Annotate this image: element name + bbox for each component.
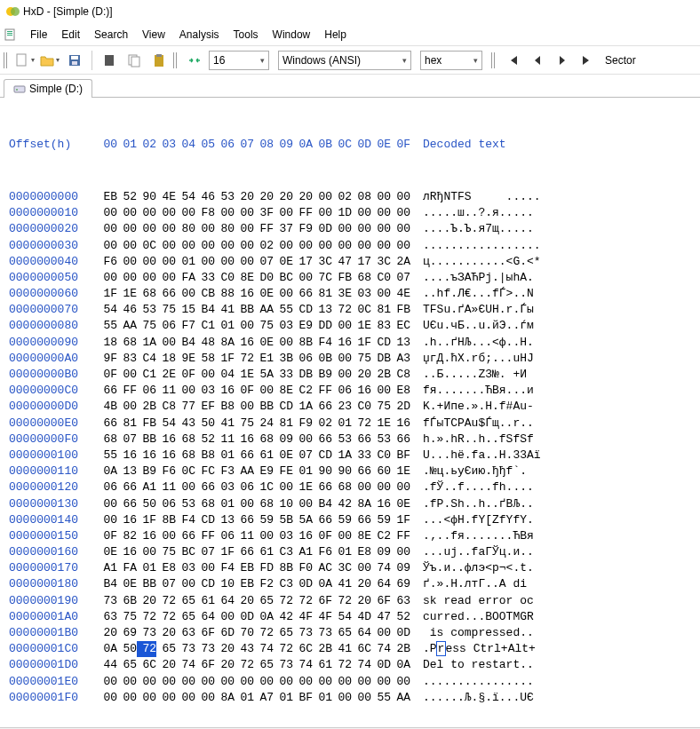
byte[interactable]: 66 — [156, 286, 176, 302]
byte[interactable]: FC — [195, 464, 215, 479]
byte[interactable]: 00 — [156, 270, 176, 286]
byte[interactable]: 2B — [313, 641, 332, 657]
byte[interactable]: 54 — [156, 416, 176, 432]
byte[interactable]: 00 — [156, 690, 176, 706]
byte[interactable]: 52 — [195, 432, 215, 448]
byte[interactable]: 3E — [332, 286, 352, 302]
byte[interactable]: 33 — [352, 448, 371, 464]
byte[interactable]: 00 — [274, 335, 293, 351]
byte[interactable]: 66 — [235, 544, 254, 560]
byte[interactable]: 00 — [195, 367, 215, 383]
byte[interactable]: 00 — [176, 690, 195, 706]
byte[interactable]: CB — [195, 286, 215, 302]
byte[interactable]: 4E — [391, 286, 410, 302]
byte[interactable]: 00 — [235, 318, 254, 334]
byte[interactable]: 66 — [352, 512, 371, 528]
byte[interactable]: 65 — [117, 657, 137, 673]
byte[interactable]: 65 — [156, 641, 176, 657]
byte[interactable]: 20 — [98, 625, 117, 641]
decoded-text[interactable]: K.+Ипе.».Н.f#Аu- — [423, 399, 534, 415]
byte[interactable]: 16 — [332, 335, 352, 351]
byte[interactable]: 74 — [371, 560, 391, 576]
save-button[interactable] — [64, 50, 85, 71]
byte[interactable]: 00 — [313, 205, 332, 221]
byte[interactable]: 20 — [156, 625, 176, 641]
byte[interactable]: 16 — [156, 448, 176, 464]
byte[interactable]: 1E — [391, 464, 410, 479]
byte[interactable]: 00 — [98, 270, 117, 286]
byte[interactable]: 6D — [215, 625, 235, 641]
byte[interactable]: 00 — [352, 560, 371, 576]
byte[interactable]: FA — [176, 270, 195, 286]
decoded-text[interactable]: ......Љ.§.ї...UЄ — [423, 690, 534, 706]
byte[interactable]: 00 — [176, 479, 195, 495]
byte[interactable]: E8 — [156, 560, 176, 576]
byte[interactable]: 0D — [293, 576, 313, 592]
byte[interactable]: 0F — [235, 383, 254, 399]
byte[interactable]: 00 — [332, 221, 352, 237]
byte[interactable]: 23 — [332, 399, 352, 415]
byte[interactable]: 72 — [254, 625, 274, 641]
byte[interactable]: 75 — [156, 544, 176, 560]
byte[interactable]: 00 — [117, 367, 137, 383]
nav-last-button[interactable] — [577, 50, 598, 71]
byte[interactable]: 00 — [371, 205, 391, 221]
byte[interactable]: 2B — [371, 367, 391, 383]
byte[interactable]: 0E — [98, 544, 117, 560]
byte[interactable]: CD — [195, 576, 215, 592]
byte[interactable]: 10 — [274, 496, 293, 512]
byte[interactable]: 66 — [195, 479, 215, 495]
byte[interactable]: 00 — [352, 205, 371, 221]
byte[interactable]: 20 — [215, 641, 235, 657]
byte[interactable]: 00 — [215, 238, 235, 254]
byte[interactable]: B4 — [176, 335, 195, 351]
byte[interactable]: 72 — [352, 416, 371, 432]
byte[interactable]: F9 — [293, 416, 313, 432]
hex-row[interactable]: 0000000190736B2072656164206572726F72206F… — [9, 593, 691, 609]
byte[interactable]: 48 — [195, 335, 215, 351]
byte[interactable]: E9 — [254, 464, 274, 479]
decoded-text[interactable]: .fP.Sh..h..ґBЉ.. — [423, 496, 534, 512]
hex-row[interactable]: 00000000100000000000F800003F00FF001D0000… — [9, 205, 691, 221]
hex-row[interactable]: 00000001300066500653680100681000B4428A16… — [9, 496, 691, 512]
byte[interactable]: 0F — [98, 528, 117, 544]
byte[interactable]: 16 — [215, 383, 235, 399]
byte[interactable]: 73 — [98, 593, 117, 609]
byte[interactable]: 00 — [235, 238, 254, 254]
byte[interactable]: 73 — [293, 625, 313, 641]
hex-row[interactable]: 00000000E06681FB54435041752481F90201721E… — [9, 416, 691, 432]
byte[interactable]: 07 — [254, 254, 274, 270]
byte[interactable]: 66 — [313, 479, 332, 495]
decoded-text[interactable]: sk read error oc — [423, 593, 534, 609]
byte[interactable]: 72 — [156, 593, 176, 609]
byte[interactable]: 0B — [313, 351, 332, 367]
byte[interactable]: B4 — [313, 496, 332, 512]
byte[interactable]: 20 — [274, 189, 293, 205]
byte[interactable]: 59 — [332, 512, 352, 528]
byte[interactable]: 0A — [98, 641, 117, 657]
copy-button[interactable] — [123, 50, 145, 71]
byte[interactable]: 75 — [156, 302, 176, 318]
byte[interactable]: 00 — [293, 432, 313, 448]
nav-prev-button[interactable] — [527, 50, 548, 71]
byte[interactable]: 6F — [313, 593, 332, 609]
byte[interactable]: 81 — [371, 302, 391, 318]
byte[interactable]: EC — [391, 318, 410, 334]
byte[interactable]: 06 — [156, 496, 176, 512]
byte[interactable]: F2 — [254, 576, 274, 592]
byte[interactable]: 80 — [176, 221, 195, 237]
byte[interactable]: 64 — [195, 609, 215, 625]
byte[interactable]: AA — [235, 464, 254, 479]
byte[interactable]: 00 — [371, 286, 391, 302]
byte[interactable]: 0F — [176, 367, 195, 383]
byte[interactable]: 00 — [98, 221, 117, 237]
byte[interactable]: 3C — [313, 254, 332, 270]
byte[interactable]: 72 — [137, 609, 156, 625]
byte[interactable]: C0 — [371, 448, 391, 464]
byte[interactable]: 13 — [313, 302, 332, 318]
byte[interactable]: 7C — [313, 270, 332, 286]
byte[interactable]: F6 — [98, 254, 117, 270]
hex-row[interactable]: 00000000A09F83C4189E581F72E13B060B0075DB… — [9, 351, 691, 367]
byte[interactable]: 00 — [332, 367, 352, 383]
byte[interactable]: 00 — [98, 690, 117, 706]
